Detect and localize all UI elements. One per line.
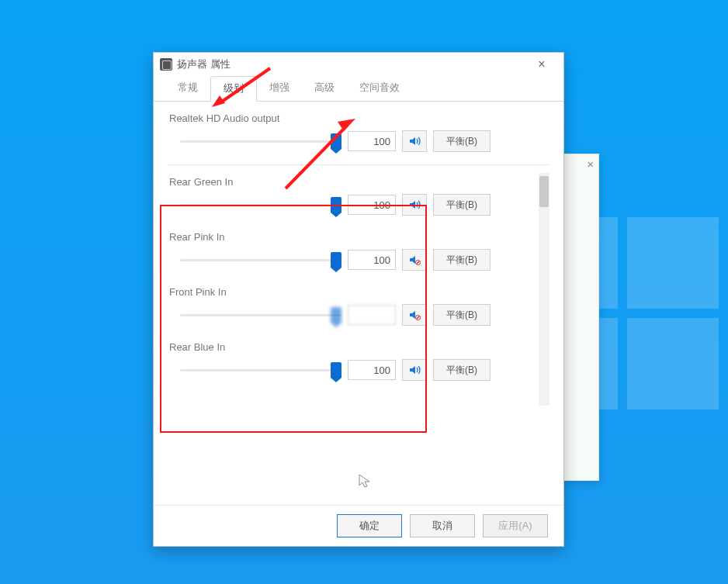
main-output-slider[interactable] [180,131,341,151]
input-section: Rear Blue In 100 平衡(B) [168,338,549,382]
input-value[interactable]: 100 [348,360,396,380]
input-value[interactable]: 100 [348,195,396,215]
input-balance-button[interactable]: 平衡(B) [433,194,491,216]
input-balance-button[interactable]: 平衡(B) [433,359,491,381]
tab-enhance[interactable]: 增强 [257,76,302,101]
input-label: Rear Pink In [168,228,549,247]
scrollbar-thumb[interactable] [539,176,549,207]
input-mute-button[interactable] [402,249,427,271]
inputs-scroll-area: Rear Green In 100 平衡(B) Rear Pink In 100 [168,173,549,406]
speaker-properties-dialog: 扬声器 属性 × 常规 级别 增强 高级 空间音效 Realtek HD Aud… [153,52,564,547]
input-slider[interactable] [180,195,341,215]
tab-levels[interactable]: 级别 [210,76,257,102]
close-button[interactable]: × [526,57,557,71]
divider [168,164,549,165]
apply-button: 应用(A) [483,514,548,537]
tab-content: Realtek HD Audio output 100 平衡(B) Rear G… [154,102,563,488]
input-value[interactable] [348,305,396,325]
input-slider[interactable] [180,250,341,270]
input-slider[interactable] [180,305,341,325]
input-section: Rear Green In 100 平衡(B) [168,173,549,217]
scrollbar[interactable] [539,173,549,406]
cancel-button[interactable]: 取消 [410,514,475,537]
speaker-icon [160,58,172,71]
input-label: Rear Blue In [168,338,549,358]
input-value[interactable]: 100 [348,250,396,270]
main-output-value[interactable]: 100 [348,131,396,151]
main-output-label: Realtek HD Audio output [168,109,549,129]
main-output-balance-button[interactable]: 平衡(B) [433,130,491,152]
window-title: 扬声器 属性 [177,57,526,71]
main-output-section: Realtek HD Audio output 100 平衡(B) [168,109,549,154]
mouse-cursor-icon [359,474,373,488]
tab-bar: 常规 级别 增强 高级 空间音效 [154,76,563,102]
dialog-button-bar: 确定 取消 应用(A) [154,505,563,546]
close-icon[interactable]: × [587,157,594,171]
input-section: Front Pink In 平衡(B) [168,283,549,327]
input-balance-button[interactable]: 平衡(B) [433,249,491,271]
input-balance-button[interactable]: 平衡(B) [433,304,491,326]
input-mute-button[interactable] [402,359,427,381]
tab-general[interactable]: 常规 [165,76,210,101]
tab-spatial[interactable]: 空间音效 [347,76,412,101]
input-label: Front Pink In [168,283,549,302]
input-section: Rear Pink In 100 平衡(B) [168,228,549,272]
titlebar: 扬声器 属性 × [154,53,563,76]
input-mute-button[interactable] [402,304,427,326]
ok-button[interactable]: 确定 [337,514,402,537]
input-mute-button[interactable] [402,194,427,216]
tab-advanced[interactable]: 高级 [302,76,347,101]
main-output-mute-button[interactable] [402,130,427,152]
input-label: Rear Green In [168,173,549,192]
input-slider[interactable] [180,360,341,380]
